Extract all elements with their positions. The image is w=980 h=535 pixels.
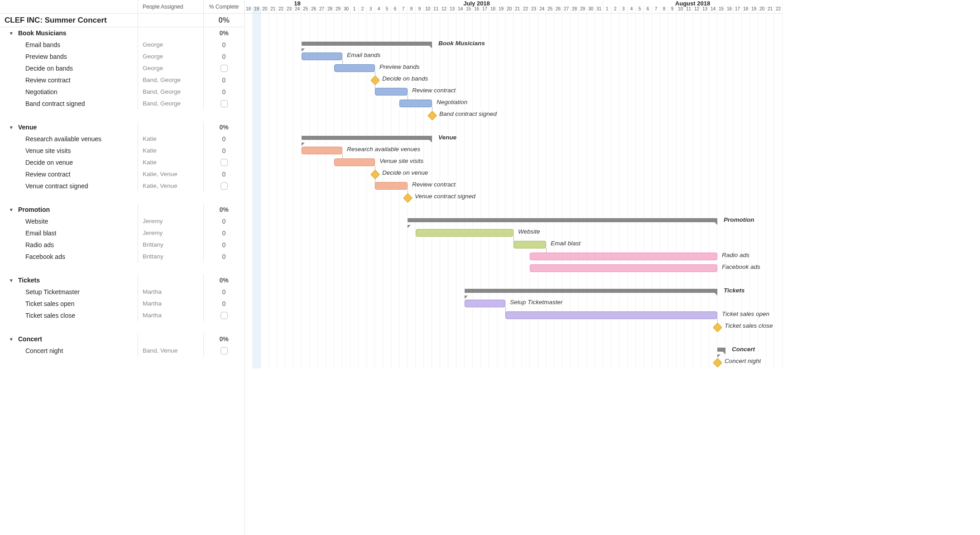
complete-checkbox[interactable] [221, 312, 228, 319]
task-people: Katie [138, 145, 204, 157]
task-bar[interactable] [375, 88, 408, 96]
milestone-diamond[interactable] [370, 170, 380, 179]
milestone-diamond[interactable] [403, 193, 413, 203]
task-name: Facebook ads [0, 251, 138, 263]
task-bar[interactable] [399, 100, 432, 107]
complete-checkbox[interactable] [221, 65, 228, 72]
table-row[interactable]: Research available venuesKatie0 [0, 133, 244, 145]
table-row[interactable]: Ticket sales closeMartha [0, 310, 244, 321]
bar-label: Decide on bands [382, 75, 428, 82]
table-row[interactable]: Review contractBand, George0 [0, 74, 244, 86]
task-people: Katie, Venue [138, 180, 204, 192]
task-complete [204, 157, 244, 168]
complete-checkbox[interactable] [221, 159, 228, 166]
table-group-row[interactable]: Promotion0% [0, 204, 244, 215]
gantt-scroll[interactable]: 18July 2018August 2018 18192021222324252… [245, 0, 980, 535]
gantt-day-65: 22 [774, 6, 783, 13]
col-header-name[interactable] [0, 0, 138, 13]
gantt-day-11: 29 [334, 6, 342, 13]
task-name: Concert night [0, 345, 138, 357]
task-complete: 0 [204, 39, 244, 51]
table-row[interactable]: Ticket sales openMartha0 [0, 298, 244, 310]
task-name: Review contract [0, 168, 138, 180]
group-bar[interactable] [717, 348, 725, 352]
task-people: Band, Venue [138, 345, 204, 357]
task-bar[interactable] [530, 264, 717, 272]
task-name: Decide on venue [0, 157, 138, 168]
group-bar[interactable] [408, 218, 717, 222]
table-row[interactable]: Email blastJeremy0 [0, 227, 244, 239]
milestone-diamond[interactable] [370, 76, 380, 85]
table-body: Book Musicians0%Email bandsGeorge0Previe… [0, 27, 244, 357]
gantt-day-15: 3 [367, 6, 375, 13]
table-group-row[interactable]: Tickets0% [0, 274, 244, 286]
table-row[interactable]: Decide on bandsGeorge [0, 62, 244, 74]
group-bar[interactable] [302, 136, 432, 140]
gantt-day-34: 22 [522, 6, 530, 13]
milestone-diamond[interactable] [713, 358, 722, 368]
table-row[interactable]: Preview bandsGeorge0 [0, 51, 244, 62]
task-complete: 0% [204, 27, 244, 39]
task-bar[interactable] [302, 53, 342, 60]
table-row[interactable]: WebsiteJeremy0 [0, 215, 244, 227]
gantt-row: Ticket sales open [245, 310, 783, 321]
col-header-complete[interactable]: % Complete [204, 0, 244, 13]
gantt-day-25: 13 [448, 6, 456, 13]
table-row[interactable]: Email bandsGeorge0 [0, 39, 244, 51]
complete-checkbox[interactable] [221, 182, 228, 190]
table-group-row[interactable]: Venue0% [0, 121, 244, 133]
task-bar[interactable] [465, 300, 505, 307]
task-bar[interactable] [334, 158, 375, 166]
group-bar[interactable] [465, 289, 717, 293]
task-people: Band, George [138, 98, 204, 110]
complete-checkbox[interactable] [221, 100, 228, 107]
bar-label: Promotion [724, 216, 754, 223]
table-row[interactable]: Facebook adsBrittany0 [0, 251, 244, 263]
task-bar[interactable] [302, 147, 342, 154]
task-name: Ticket sales open [0, 298, 138, 310]
task-people: Katie [138, 157, 204, 168]
task-complete: 0% [204, 333, 244, 345]
task-complete [204, 98, 244, 110]
task-bar[interactable] [334, 64, 375, 72]
project-title-row[interactable]: CLEF INC: Summer Concert 0% [0, 14, 244, 27]
gantt-day-50: 7 [652, 6, 660, 13]
table-row[interactable]: Concert nightBand, Venue [0, 345, 244, 357]
task-people: Martha [138, 286, 204, 298]
gantt-day-21: 9 [416, 6, 424, 13]
table-row[interactable]: Setup TicketmasterMartha0 [0, 286, 244, 298]
table-row[interactable]: Band contract signedBand, George [0, 98, 244, 110]
task-people: George [138, 39, 204, 51]
table-row[interactable]: Venue contract signedKatie, Venue [0, 180, 244, 192]
bar-label: Review contract [412, 181, 456, 188]
task-people [138, 121, 204, 133]
bar-label: Email blast [551, 240, 581, 247]
milestone-diamond[interactable] [713, 323, 722, 332]
gantt-row: Facebook ads [245, 263, 783, 274]
group-bar[interactable] [302, 42, 432, 46]
gantt-row: Concert night [245, 357, 783, 368]
milestone-diamond[interactable] [428, 111, 437, 120]
task-bar[interactable] [416, 229, 514, 237]
gantt-day-24: 12 [440, 6, 448, 13]
table-group-row[interactable]: Book Musicians0% [0, 27, 244, 39]
gantt-day-64: 21 [766, 6, 774, 13]
task-bar[interactable] [530, 253, 717, 260]
task-bar[interactable] [505, 311, 717, 319]
task-bar[interactable] [514, 241, 546, 248]
task-name: Negotiation [0, 86, 138, 98]
task-complete: 0 [204, 286, 244, 298]
gantt-day-10: 28 [326, 6, 334, 13]
complete-checkbox[interactable] [221, 347, 228, 354]
table-row[interactable]: Review contractKatie, Venue0 [0, 168, 244, 180]
task-bar[interactable] [375, 182, 408, 190]
table-row[interactable]: NegotiationBand, George0 [0, 86, 244, 98]
table-row[interactable]: Venue site visitsKatie0 [0, 145, 244, 157]
gantt-day-62: 19 [750, 6, 758, 13]
table-row[interactable]: Radio adsBrittany0 [0, 239, 244, 251]
project-people [138, 14, 204, 27]
gantt-day-31: 19 [497, 6, 505, 13]
col-header-people[interactable]: People Assigned [138, 0, 204, 13]
table-group-row[interactable]: Concert0% [0, 333, 244, 345]
table-row[interactable]: Decide on venueKatie [0, 157, 244, 168]
